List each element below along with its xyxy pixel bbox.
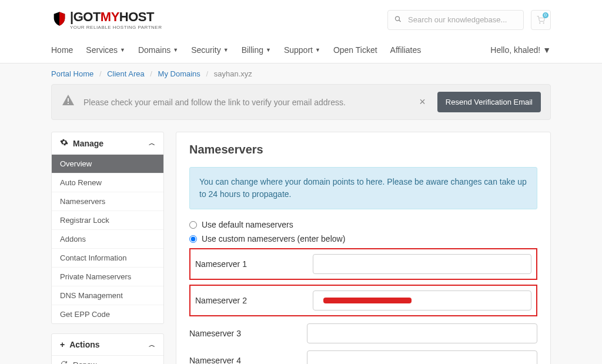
radio-default-input[interactable] bbox=[189, 221, 197, 229]
shield-icon bbox=[51, 11, 68, 27]
ns2-row: Nameserver 2 bbox=[189, 285, 537, 316]
nav-item-label: Security bbox=[191, 45, 221, 55]
radio-custom-input[interactable] bbox=[189, 235, 197, 243]
sidebar-item-private-nameservers[interactable]: Private Nameservers bbox=[52, 267, 163, 286]
sidebar-item-addons[interactable]: Addons bbox=[52, 229, 163, 248]
breadcrumb: Portal Home / Client Area / My Domains /… bbox=[51, 64, 551, 84]
radio-custom-label: Use custom nameservers (enter below) bbox=[202, 234, 345, 243]
nav-item-open-ticket[interactable]: Open Ticket bbox=[333, 45, 377, 55]
caret-down-icon: ▼ bbox=[173, 47, 178, 53]
warning-icon bbox=[61, 93, 75, 111]
sidebar-item-get-epp-code[interactable]: Get EPP Code bbox=[52, 305, 163, 323]
svg-rect-4 bbox=[68, 98, 69, 102]
caret-down-icon: ▼ bbox=[315, 47, 320, 53]
radio-custom-nameservers[interactable]: Use custom nameservers (enter below) bbox=[189, 234, 537, 243]
nav-item-label: Domains bbox=[138, 45, 170, 55]
svg-point-0 bbox=[396, 16, 400, 21]
ns1-input[interactable] bbox=[313, 254, 531, 274]
manage-panel: Manage ︿ OverviewAuto RenewNameserversRe… bbox=[51, 132, 164, 324]
ns1-row: Nameserver 1 bbox=[189, 248, 537, 280]
svg-point-3 bbox=[543, 22, 544, 23]
content-panel: Nameservers You can change where your do… bbox=[176, 132, 551, 364]
resend-verification-button[interactable]: Resend Verification Email bbox=[437, 92, 541, 112]
ns2-redacted bbox=[323, 298, 412, 303]
svg-point-2 bbox=[540, 22, 540, 23]
nav-user-label: Hello, khaled! bbox=[490, 45, 540, 55]
chevron-up-icon: ︿ bbox=[149, 340, 155, 349]
sidebar-action-renew[interactable]: Renew bbox=[52, 356, 163, 364]
ns4-label: Nameserver 4 bbox=[189, 356, 307, 364]
sidebar-item-registrar-lock[interactable]: Registrar Lock bbox=[52, 211, 163, 229]
breadcrumb-link[interactable]: Client Area bbox=[107, 69, 145, 78]
sidebar-item-auto-renew[interactable]: Auto Renew bbox=[52, 173, 163, 192]
gear-icon bbox=[60, 138, 68, 148]
ns3-input[interactable] bbox=[307, 323, 537, 343]
nav-item-affiliates[interactable]: Affiliates bbox=[390, 45, 422, 55]
manage-panel-header[interactable]: Manage ︿ bbox=[52, 132, 163, 155]
search-icon bbox=[394, 15, 402, 24]
caret-down-icon: ▼ bbox=[223, 47, 229, 53]
nav-item-label: Affiliates bbox=[390, 45, 422, 55]
nav-item-label: Support bbox=[284, 45, 313, 55]
nav-item-services[interactable]: Services▼ bbox=[86, 45, 125, 55]
nav-item-label: Open Ticket bbox=[333, 45, 377, 55]
cart-badge: 0 bbox=[543, 12, 549, 18]
ns1-label: Nameserver 1 bbox=[195, 259, 313, 269]
nav-item-label: Services bbox=[86, 45, 118, 55]
refresh-icon bbox=[60, 360, 68, 364]
nav-item-support[interactable]: Support▼ bbox=[284, 45, 320, 55]
search-box bbox=[387, 10, 524, 30]
caret-down-icon: ▼ bbox=[543, 45, 551, 55]
svg-rect-5 bbox=[68, 103, 69, 104]
page-title: Nameservers bbox=[189, 143, 537, 156]
caret-down-icon: ▼ bbox=[120, 47, 125, 53]
ns4-row: Nameserver 4 bbox=[189, 350, 537, 364]
nav-item-home[interactable]: Home bbox=[51, 45, 73, 55]
breadcrumb-link[interactable]: Portal Home bbox=[51, 69, 93, 78]
ns2-label: Nameserver 2 bbox=[195, 296, 313, 305]
caret-down-icon: ▼ bbox=[266, 47, 271, 53]
alert-text: Please check your email and follow the l… bbox=[83, 98, 346, 107]
nav-item-billing[interactable]: Billing▼ bbox=[242, 45, 271, 55]
info-box: You can change where your domain points … bbox=[189, 167, 537, 209]
logo-subtitle: YOUR RELIABLE HOSTING PARTNER bbox=[70, 25, 162, 30]
plus-icon: + bbox=[60, 340, 65, 349]
manage-title: Manage bbox=[73, 139, 103, 148]
actions-panel: + Actions ︿ RenewRegister a New DomainTr… bbox=[51, 333, 164, 364]
verify-email-alert: Please check your email and follow the l… bbox=[51, 84, 551, 120]
cart-button[interactable]: 0 bbox=[531, 10, 551, 30]
radio-default-label: Use default nameservers bbox=[202, 220, 293, 229]
sidebar-item-overview[interactable]: Overview bbox=[52, 155, 163, 173]
nav-item-security[interactable]: Security▼ bbox=[191, 45, 229, 55]
sidebar-item-nameservers[interactable]: Nameservers bbox=[52, 192, 163, 211]
nav-item-label: Home bbox=[51, 45, 73, 55]
nav-user-menu[interactable]: Hello, khaled! ▼ bbox=[490, 45, 551, 55]
actions-panel-header[interactable]: + Actions ︿ bbox=[52, 334, 163, 356]
actions-title: Actions bbox=[69, 340, 99, 349]
chevron-up-icon: ︿ bbox=[149, 139, 155, 148]
logo[interactable]: |GOTMYHOST YOUR RELIABLE HOSTING PARTNER bbox=[51, 9, 162, 30]
ns3-label: Nameserver 3 bbox=[189, 329, 307, 338]
sidebar-action-label: Renew bbox=[73, 360, 96, 364]
search-input[interactable] bbox=[387, 10, 524, 30]
alert-close-button[interactable]: × bbox=[419, 96, 426, 108]
ns3-row: Nameserver 3 bbox=[189, 323, 537, 343]
radio-default-nameservers[interactable]: Use default nameservers bbox=[189, 220, 537, 229]
sidebar-item-dns-management[interactable]: DNS Management bbox=[52, 286, 163, 305]
svg-line-1 bbox=[399, 20, 401, 22]
breadcrumb-link[interactable]: My Domains bbox=[158, 69, 200, 78]
nav-item-domains[interactable]: Domains▼ bbox=[138, 45, 178, 55]
sidebar-item-contact-information[interactable]: Contact Information bbox=[52, 248, 163, 267]
ns4-input[interactable] bbox=[307, 350, 537, 364]
nav-item-label: Billing bbox=[242, 45, 263, 55]
breadcrumb-current: sayhan.xyz bbox=[214, 69, 252, 78]
